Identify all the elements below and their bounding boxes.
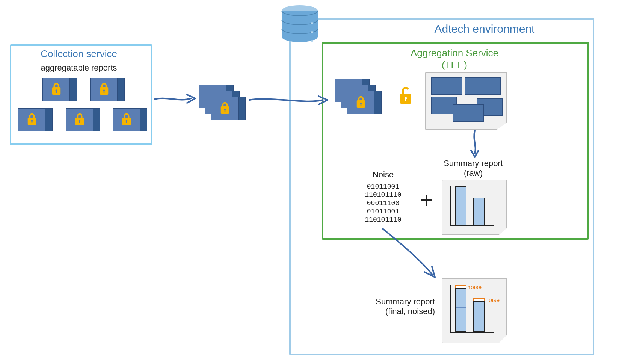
noise-bits-line: 01011001 [356, 207, 410, 216]
chart-axis [450, 186, 451, 226]
lock-icon [51, 82, 62, 96]
svg-point-2 [311, 31, 313, 33]
noise-cap [455, 285, 466, 288]
lock-icon [26, 113, 38, 126]
report-card [66, 108, 100, 131]
chart-bar [473, 198, 485, 225]
summary-final-label-1: Summary report [352, 297, 435, 307]
chart-bar [455, 186, 466, 225]
summary-raw-label-1: Summary report [432, 159, 515, 168]
report-stack-front [347, 91, 382, 113]
aggregatable-reports-label: aggregatable reports [30, 63, 128, 73]
chart-bar [455, 288, 466, 332]
noise-label: Noise [357, 170, 409, 180]
summary-final-label-2: (final, noised) [352, 307, 435, 316]
noise-annotation: noise [467, 284, 482, 291]
svg-point-1 [311, 22, 313, 24]
aggregation-service-title-1: Aggregation Service [327, 47, 582, 59]
report-card [18, 108, 53, 131]
lock-icon [219, 101, 231, 115]
lock-icon [355, 95, 367, 109]
adtech-environment-title: Adtech environment [387, 23, 582, 35]
lock-icon [74, 113, 85, 126]
report-card [42, 78, 77, 100]
lock-icon [121, 113, 132, 126]
svg-point-3 [311, 40, 313, 42]
noise-annotation: noise [485, 297, 500, 304]
arrow-right-icon [249, 92, 329, 107]
aggregation-service-title-2: (TEE) [327, 59, 582, 71]
arrow-right-icon [154, 91, 197, 106]
noise-bits-line: 110101110 [356, 191, 410, 199]
noise-cap [473, 298, 485, 301]
noise-bits-line: 110101110 [356, 216, 410, 224]
noise-bits-line: 01011001 [356, 183, 410, 191]
plus-icon: + [420, 187, 433, 213]
open-lock-icon [398, 86, 413, 107]
collection-service-title: Collection service [23, 48, 135, 60]
report-stack-front [211, 97, 246, 119]
data-block [465, 77, 501, 95]
chart-axis [450, 332, 494, 333]
data-block [431, 77, 462, 95]
chart-axis [450, 285, 451, 333]
database-icon [279, 4, 320, 45]
report-card [113, 108, 147, 131]
noise-bits-line: 00011100 [356, 199, 410, 207]
noise-bits: 01011001 110101110 00011100 01011001 110… [356, 183, 410, 224]
summary-raw-label-2: (raw) [432, 168, 515, 178]
chart-bar [473, 301, 485, 332]
chart-axis [450, 225, 494, 226]
arrow-down-icon [467, 130, 482, 158]
lock-icon [98, 82, 110, 96]
data-block [453, 104, 484, 122]
report-card [90, 78, 125, 100]
arrow-diagonal-icon [379, 226, 439, 282]
